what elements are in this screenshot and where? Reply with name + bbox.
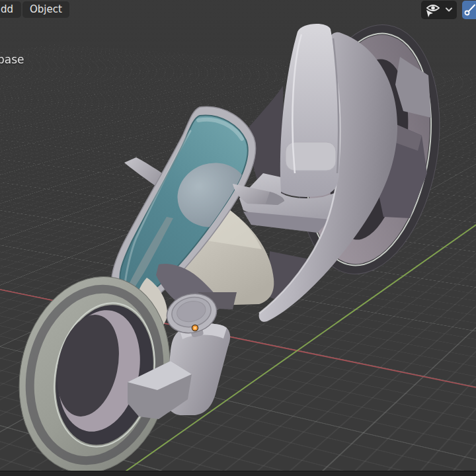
eye-cursor-icon (426, 5, 439, 17)
object-origin-point[interactable] (192, 325, 198, 331)
cockpit-shadow-gap (246, 86, 285, 200)
left-winglet (124, 157, 177, 200)
swoop-arm (259, 32, 397, 322)
object-visibility-dropdown[interactable] (421, 1, 457, 19)
fuselage-beige (171, 210, 274, 305)
menu-add[interactable]: dd (0, 1, 21, 18)
menu-add-label: dd (1, 3, 13, 15)
canopy (111, 106, 257, 307)
show-gizmos-toggle[interactable] (462, 1, 476, 19)
cockpit-console (130, 217, 173, 287)
seat-pan (239, 173, 339, 233)
right-winglet (233, 184, 284, 205)
beige-claw (136, 278, 167, 331)
glass-inner-edge (125, 131, 190, 284)
chevron-down-icon (446, 9, 452, 11)
active-object-label: base (0, 53, 24, 66)
body-shadow (267, 251, 309, 305)
menu-object-label: Object (30, 3, 62, 15)
foot-guard (128, 361, 192, 419)
headlight-disc (163, 289, 221, 342)
rider-dome (169, 154, 257, 237)
gizmo-icon (465, 5, 475, 15)
front-fork (156, 264, 223, 315)
grid-floor (0, 0, 476, 476)
lower-arm (166, 324, 230, 415)
world-axes (0, 225, 476, 476)
rear-upper-wedge (395, 57, 431, 118)
y-axis-line (86, 225, 476, 476)
glass-highlight (198, 120, 242, 139)
rear-wheel (282, 15, 457, 284)
front-wheel (1, 262, 187, 476)
seat-backrest (280, 24, 340, 197)
x-axis-line (0, 290, 476, 387)
scene-svg (0, 0, 476, 476)
3d-viewport[interactable]: dd Object base (0, 0, 476, 476)
side-pod (373, 120, 427, 218)
grid-distance-fade (0, 0, 476, 476)
menu-object[interactable]: Object (22, 1, 69, 18)
canopy-shell (111, 106, 255, 307)
canopy-glass (120, 115, 248, 296)
motorcycle-model (1, 15, 456, 476)
editor-bottom-edge (0, 471, 476, 476)
underbody-shadow (198, 292, 237, 309)
